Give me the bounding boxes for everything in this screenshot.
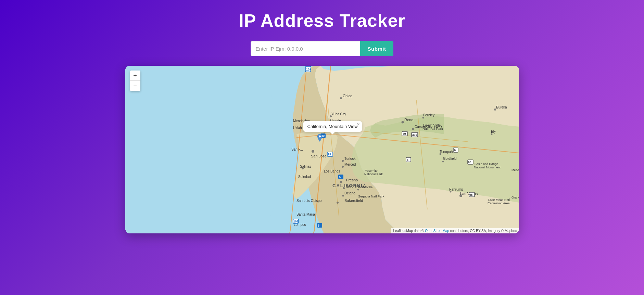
svg-point-8 (312, 150, 314, 153)
svg-text:Turlock: Turlock (344, 157, 356, 161)
zoom-controls: + − (130, 70, 140, 91)
svg-text:Basin and Range: Basin and Range (475, 162, 498, 166)
svg-point-27 (422, 117, 424, 119)
svg-text:Eureka: Eureka (496, 105, 507, 109)
svg-point-21 (342, 195, 344, 197)
svg-text:National Park: National Park (422, 127, 443, 131)
svg-text:Fernley: Fernley (423, 113, 434, 117)
svg-text:Sequoia Natl Park: Sequoia Natl Park (358, 194, 384, 198)
svg-point-18 (342, 160, 344, 162)
submit-button[interactable]: Submit (360, 41, 394, 56)
popup-text: California, Mountain View (307, 124, 358, 129)
popup-close-button[interactable]: ✕ (357, 123, 360, 126)
svg-point-22 (357, 189, 359, 191)
svg-text:Fresno: Fresno (346, 178, 358, 182)
svg-marker-2 (125, 66, 286, 233)
svg-text:95: 95 (468, 161, 471, 164)
svg-text:National Monument: National Monument (474, 166, 501, 169)
svg-text:99: 99 (328, 153, 331, 156)
svg-text:Merced: Merced (344, 163, 356, 166)
osm-link[interactable]: OpenStreetMap (425, 229, 449, 233)
svg-text:5: 5 (339, 175, 341, 179)
svg-text:Grand N: Grand N (512, 196, 519, 199)
svg-text:Ely: Ely (491, 130, 496, 133)
svg-text:Reno: Reno (404, 118, 413, 122)
svg-text:Goldfield: Goldfield (443, 157, 456, 161)
svg-text:Santa Maria: Santa Maria (296, 213, 315, 216)
page-title: IP Address Tracker (239, 10, 405, 31)
svg-text:6: 6 (407, 158, 408, 162)
svg-text:101: 101 (306, 68, 311, 71)
svg-text:Bakersfield: Bakersfield (344, 198, 363, 203)
svg-text:Porterville: Porterville (358, 185, 372, 189)
svg-text:Ukiah: Ukiah (293, 126, 302, 130)
svg-text:395: 395 (412, 133, 417, 137)
svg-point-11 (401, 121, 404, 124)
svg-text:San Luis Obispo: San Luis Obispo (296, 199, 322, 203)
svg-text:Pahrump: Pahrump (449, 188, 463, 191)
svg-text:Salinas: Salinas (300, 165, 311, 168)
map-pin (316, 134, 323, 144)
svg-text:San F...: San F... (291, 148, 303, 151)
svg-text:Lake Mead Natl: Lake Mead Natl (488, 198, 510, 202)
map-popup: ✕ California, Mountain View (303, 121, 362, 132)
svg-text:50: 50 (403, 132, 406, 136)
search-bar: Submit (251, 41, 394, 56)
svg-text:Los Banos: Los Banos (324, 169, 340, 173)
zoom-out-button[interactable]: − (130, 81, 140, 91)
svg-text:Mese: Mese (512, 168, 519, 172)
svg-text:6: 6 (454, 149, 456, 152)
ip-search-input[interactable] (251, 41, 360, 56)
attribution-text: Leaflet | Map data © (393, 229, 425, 233)
svg-text:National Park: National Park (364, 172, 383, 176)
map-container: Chico Mendocino Ukiah Yuba City Lincoln … (125, 66, 519, 233)
svg-text:Delano: Delano (344, 191, 355, 195)
zoom-in-button[interactable]: + (130, 70, 140, 81)
svg-text:95: 95 (469, 193, 473, 196)
svg-text:Hanford: Hanford (344, 184, 357, 188)
svg-point-16 (340, 97, 342, 99)
svg-text:Yuba City: Yuba City (331, 112, 346, 116)
svg-text:Yosemite: Yosemite (365, 169, 378, 172)
svg-text:Soledad: Soledad (298, 175, 311, 179)
svg-text:Recreation Area: Recreation Area (488, 202, 510, 205)
svg-text:5: 5 (318, 224, 319, 227)
map-attribution: Leaflet | Map data © OpenStreetMap contr… (391, 228, 519, 233)
svg-point-24 (442, 161, 444, 163)
attribution-text-2: contributors, CC-BY-SA, Imagery © Mapbox (450, 229, 517, 233)
svg-text:San José: San José (311, 154, 327, 158)
svg-text:Tonopah: Tonopah (440, 150, 453, 154)
svg-point-99 (319, 136, 321, 138)
svg-point-12 (412, 128, 414, 130)
svg-text:101: 101 (293, 220, 298, 223)
svg-text:Chico: Chico (343, 94, 352, 98)
svg-point-28 (491, 133, 492, 135)
svg-point-19 (342, 166, 344, 168)
svg-point-10 (337, 202, 339, 204)
